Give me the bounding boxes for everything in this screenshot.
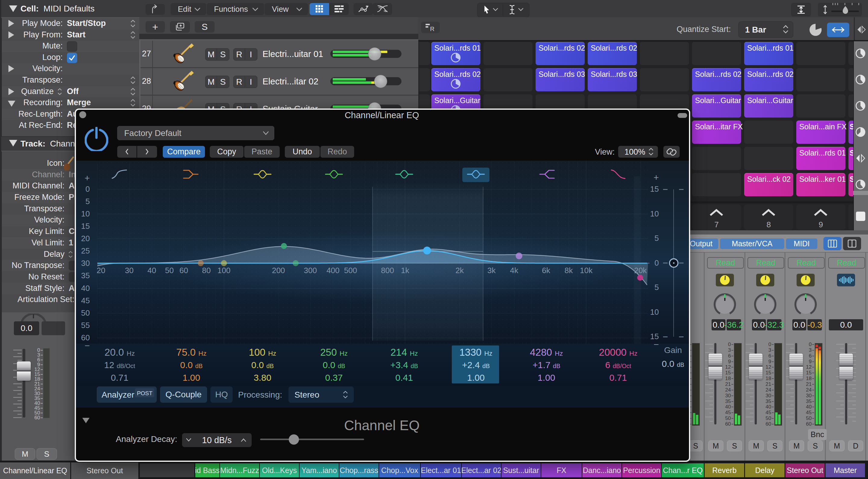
svg-text:R: R <box>430 26 434 32</box>
